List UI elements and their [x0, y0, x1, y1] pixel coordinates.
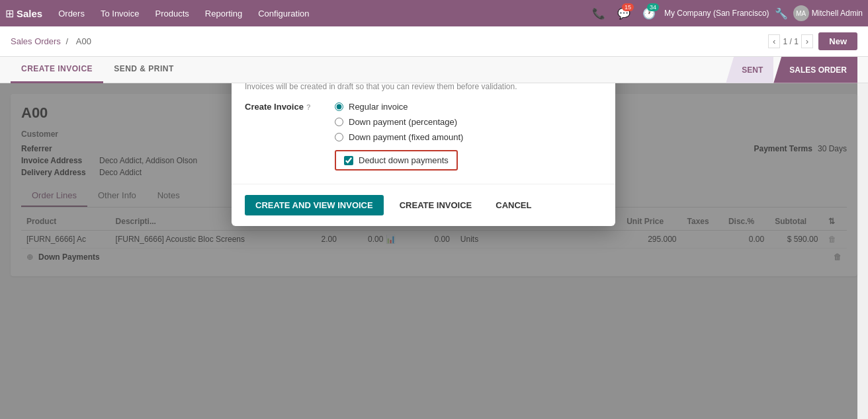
radio-regular-invoice[interactable]: Regular invoice — [335, 102, 463, 112]
deduct-label[interactable]: Deduct down payments — [359, 155, 449, 165]
invoice-options: Regular invoice Down payment (percentage… — [335, 102, 463, 142]
nav-to-invoice[interactable]: To Invoice — [93, 0, 148, 26]
page-number: 1 / 1 — [783, 37, 798, 46]
discuss-icon-btn[interactable]: 💬 15 — [614, 3, 634, 23]
status-sent: SENT — [726, 57, 773, 83]
nav-reporting[interactable]: Reporting — [197, 0, 250, 26]
breadcrumb: Sales Orders / A00 — [11, 36, 94, 46]
nav-items: Orders To Invoice Products Reporting Con… — [50, 0, 586, 26]
breadcrumb-separator: / — [66, 36, 69, 46]
discuss-badge: 15 — [622, 3, 634, 11]
status-sales-order: SALES ORDER — [773, 57, 857, 83]
deduct-checkbox[interactable] — [344, 156, 353, 165]
radio-down-pct-label: Down payment (percentage) — [349, 117, 457, 127]
modal-overlay: Create invoices × Invoices will be creat… — [0, 83, 857, 419]
user-name: Mitchell Admin — [812, 9, 863, 18]
cancel-button[interactable]: CANCEL — [488, 195, 539, 215]
grid-icon: ⊞ — [5, 7, 14, 20]
radio-down-fixed-label: Down payment (fixed amount) — [349, 132, 463, 142]
help-icon[interactable]: ? — [306, 103, 311, 111]
radio-down-fixed-input[interactable] — [335, 133, 343, 141]
search-icon-btn[interactable]: 📞 — [589, 3, 609, 23]
tab-right: SENT SALES ORDER — [726, 57, 857, 83]
create-invoice-text: Create Invoice — [245, 102, 304, 112]
radio-down-pct-input[interactable] — [335, 118, 343, 126]
tab-send-print[interactable]: SEND & PRINT — [103, 57, 185, 83]
modal-footer: CREATE AND VIEW INVOICE CREATE INVOICE C… — [232, 184, 615, 226]
user-menu[interactable]: MA Mitchell Admin — [793, 5, 863, 21]
radio-down-payment-pct[interactable]: Down payment (percentage) — [335, 117, 463, 127]
create-and-view-button[interactable]: CREATE AND VIEW INVOICE — [245, 195, 384, 215]
nav-products[interactable]: Products — [147, 0, 196, 26]
nav-configuration[interactable]: Configuration — [250, 0, 317, 26]
deduct-checkbox-wrapper: Deduct down payments — [335, 150, 458, 171]
next-button[interactable]: › — [801, 34, 813, 48]
new-button[interactable]: New — [818, 32, 857, 50]
radio-down-payment-fixed[interactable]: Down payment (fixed amount) — [335, 132, 463, 142]
create-invoices-modal: Create invoices × Invoices will be creat… — [232, 83, 615, 226]
deduct-section: Deduct down payments — [335, 150, 602, 171]
top-navigation: ⊞ Sales Orders To Invoice Products Repor… — [0, 0, 868, 26]
avatar: MA — [793, 5, 809, 21]
activity-icon-btn[interactable]: 🕐 34 — [639, 3, 659, 23]
modal-subtitle: Invoices will be created in draft so tha… — [245, 83, 602, 91]
activity-badge: 34 — [647, 3, 659, 11]
create-invoice-section: Create Invoice ? Regular invoice Down pa… — [245, 102, 602, 142]
sub-header-right: ‹ 1 / 1 › New — [768, 32, 857, 50]
create-invoice-button[interactable]: CREATE INVOICE — [392, 195, 480, 215]
app-name: Sales — [17, 8, 42, 19]
radio-regular-input[interactable] — [335, 102, 343, 111]
tab-create-invoice[interactable]: CREATE INVOICE — [11, 57, 103, 83]
nav-orders[interactable]: Orders — [50, 0, 93, 26]
modal-body: Invoices will be created in draft so tha… — [232, 83, 615, 184]
nav-right: 📞 💬 15 🕐 34 My Company (San Francisco) 🔧… — [589, 3, 863, 23]
main-content: A00 Customer Referrer Payment Terms 30 D… — [0, 83, 868, 419]
phone-icon: 📞 — [592, 7, 605, 20]
create-invoice-label: Create Invoice ? — [245, 102, 324, 112]
company-name: My Company (San Francisco) — [664, 9, 769, 18]
breadcrumb-parent[interactable]: Sales Orders — [11, 36, 61, 46]
tab-bar: CREATE INVOICE SEND & PRINT SENT SALES O… — [0, 57, 868, 83]
app-logo[interactable]: ⊞ Sales — [5, 7, 42, 20]
radio-regular-label: Regular invoice — [349, 102, 408, 112]
breadcrumb-current: A00 — [76, 36, 91, 46]
tools-icon[interactable]: 🔧 — [775, 7, 788, 20]
prev-button[interactable]: ‹ — [768, 34, 780, 48]
pagination: ‹ 1 / 1 › — [768, 34, 813, 48]
sub-header: Sales Orders / A00 ‹ 1 / 1 › New — [0, 26, 868, 57]
